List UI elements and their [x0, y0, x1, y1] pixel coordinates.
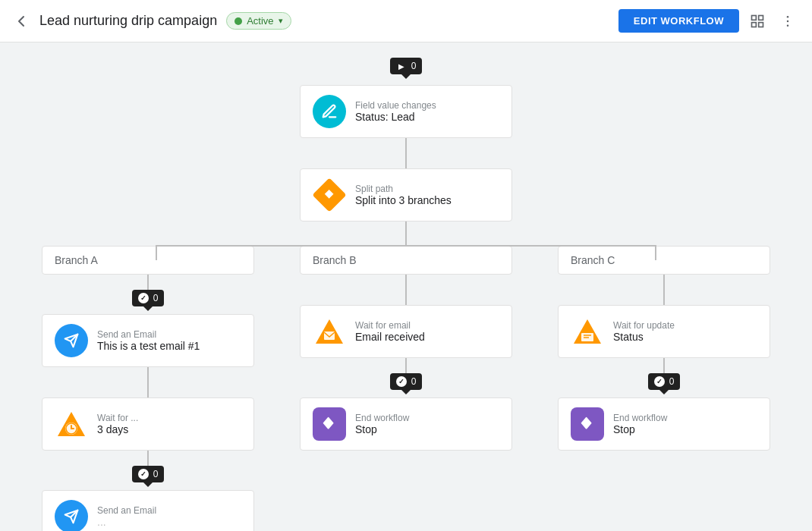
check-icon-a2 [138, 469, 149, 479]
workflow-container: 0 Field value changes Status: Lead [0, 58, 812, 531]
header-right: EDIT WORKFLOW [618, 9, 800, 33]
wait-icon-b [313, 315, 346, 348]
workflow-canvas: 0 Field value changes Status: Lead [0, 42, 812, 531]
branch-a-badge-2: 0 [132, 466, 165, 482]
check-icon-b [396, 376, 407, 387]
branch-b-header[interactable]: Branch B [300, 246, 512, 275]
grid-view-button[interactable] [745, 9, 770, 33]
branch-b-connector: 0 [390, 358, 423, 397]
check-icon-c [654, 376, 665, 387]
branch-a-connector2: 0 [132, 451, 165, 490]
branch-b-node-2-title: End workflow [355, 413, 409, 423]
svg-rect-3 [759, 22, 763, 27]
branch-a-node-3-subtitle: ... [97, 516, 156, 528]
branch-c-badge: 0 [648, 373, 681, 390]
branch-a-node-1-subtitle: This is a test email #1 [97, 340, 200, 352]
wait-icon-c [571, 315, 604, 348]
branch-c-node-1-subtitle: Status [613, 331, 675, 343]
branch-a-node-2-text: Wait for ... 3 days [97, 413, 138, 435]
branch-c-node-2[interactable]: End workflow Stop [558, 397, 770, 451]
trigger-node[interactable]: Field value changes Status: Lead [300, 85, 512, 138]
branch-b-line2 [405, 358, 407, 373]
branch-a-badge-wrapper: 0 [132, 290, 165, 314]
branch-a-label: Branch A [55, 254, 98, 266]
branch-a-badge: 0 [132, 290, 165, 306]
wait-icon-a [55, 407, 88, 441]
branch-a-line1 [147, 275, 149, 290]
branch-a-line3 [147, 451, 149, 466]
branch-c-header[interactable]: Branch C [558, 246, 770, 275]
branch-c-badge-count: 0 [669, 376, 675, 387]
back-button[interactable] [12, 12, 30, 30]
branch-a-line2 [147, 367, 149, 397]
branch-c-node-2-title: End workflow [613, 413, 667, 423]
branch-a-node-1[interactable]: Send an Email This is a test email #1 [42, 314, 254, 367]
branch-b-node-1-subtitle: Email received [355, 331, 425, 343]
branch-b-node-1-title: Wait for email [355, 320, 425, 331]
branch-a-node-1-text: Send an Email This is a test email #1 [97, 329, 200, 352]
branch-c-node-1-title: Wait for update [613, 320, 675, 331]
split-node[interactable]: Split path Split into 3 branches [300, 168, 512, 222]
svg-rect-1 [759, 15, 763, 20]
branch-b-column: Branch B Wait for email Email rece [292, 246, 520, 451]
play-icon [396, 61, 407, 71]
trigger-icon [313, 95, 346, 128]
end-workflow-icon-c [571, 407, 604, 441]
branch-a-badge2-count: 0 [153, 469, 159, 479]
svg-point-5 [787, 20, 789, 22]
trigger-subtitle: Status: Lead [355, 111, 436, 123]
branch-b-badge-wrapper: 0 [390, 373, 423, 397]
trigger-badge-wrapper: 0 [390, 58, 423, 82]
svg-point-4 [787, 15, 789, 17]
svg-rect-2 [752, 22, 757, 27]
branch-a-header[interactable]: Branch A [42, 246, 254, 275]
check-icon-a1 [138, 293, 149, 303]
branch-b-node-2[interactable]: End workflow Stop [300, 397, 512, 451]
branch-c-node-2-text: End workflow Stop [613, 413, 667, 435]
branch-a-node-2[interactable]: Wait for ... 3 days [42, 397, 254, 451]
branch-c-node-1[interactable]: Wait for update Status [558, 305, 770, 358]
branch-a-node-1-title: Send an Email [97, 329, 200, 340]
svg-rect-17 [324, 331, 335, 340]
split-text: Split path Split into 3 branches [355, 184, 452, 206]
email-send-icon-a2 [55, 500, 88, 531]
branch-a-connector: 0 [132, 275, 165, 314]
connector-1 [405, 138, 407, 168]
branch-b-line1 [405, 275, 407, 305]
header-left: Lead nurturing drip campaign Active ▾ [12, 12, 618, 30]
branch-a-node-2-subtitle: 3 days [97, 423, 138, 435]
branch-b-label: Branch B [313, 254, 357, 266]
split-title: Split path [355, 184, 452, 194]
edit-workflow-button[interactable]: EDIT WORKFLOW [618, 9, 739, 33]
split-down-line [405, 222, 407, 246]
status-label: Active [247, 15, 273, 27]
status-badge[interactable]: Active ▾ [226, 12, 291, 30]
right-drop [655, 245, 656, 260]
trigger-badge: 0 [390, 58, 423, 74]
h-branch-line [156, 245, 656, 247]
end-workflow-icon-b [313, 407, 346, 441]
branch-b-node-1[interactable]: Wait for email Email received [300, 305, 512, 358]
split-icon [313, 178, 346, 212]
page-title: Lead nurturing drip campaign [39, 13, 217, 29]
branch-c-node-2-subtitle: Stop [613, 423, 667, 435]
trigger-badge-count: 0 [411, 61, 417, 71]
branch-c-connector: 0 [648, 358, 681, 397]
email-send-icon-a [55, 324, 88, 357]
branch-a-badge2-wrapper: 0 [132, 466, 165, 490]
chevron-down-icon: ▾ [279, 16, 283, 26]
branch-b-badge: 0 [390, 373, 423, 390]
status-dot [234, 17, 242, 25]
branch-b-node-1-text: Wait for email Email received [355, 320, 425, 343]
branch-a-node-3[interactable]: Send an Email ... [42, 490, 254, 531]
diamond-inner [324, 189, 335, 202]
branch-c-line1 [663, 275, 665, 305]
branch-connector-area [140, 222, 672, 246]
svg-rect-0 [752, 15, 757, 20]
branch-a-badge-count: 0 [153, 293, 159, 303]
trigger-text: Field value changes Status: Lead [355, 100, 436, 123]
diamond-shape [312, 178, 346, 212]
branch-c-node-1-text: Wait for update Status [613, 320, 675, 343]
branch-b-badge-count: 0 [411, 376, 417, 387]
more-options-button[interactable] [776, 9, 800, 33]
